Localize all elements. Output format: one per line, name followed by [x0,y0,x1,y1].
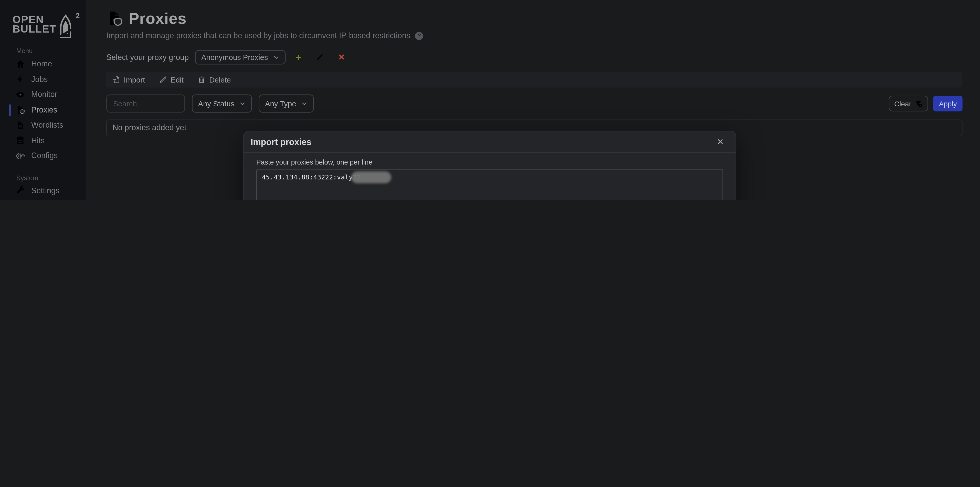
chevron-down-icon [301,101,307,107]
chevron-down-icon [273,54,279,60]
file-shield-icon [16,105,25,115]
chevron-down-icon [239,101,246,107]
sidebar-item-jobs[interactable]: Jobs [0,72,86,87]
proxies-textarea-wrap: 45.43.134.88:43222:valy22 [256,169,723,200]
proxy-group-label: Select your proxy group [106,53,189,62]
clear-label: Clear [894,100,912,107]
pencil-icon [159,76,167,84]
paste-proxies-label: Paste your proxies below, one per line [256,158,723,166]
sidebar-item-configs[interactable]: ⚙⚙ Configs [0,148,86,163]
toolbar-import-label: Import [124,75,145,84]
sidebar-item-rl-settings[interactable]: RL Settings [0,198,86,200]
proxy-group-bar: Select your proxy group Anonymous Proxie… [106,50,963,64]
sidebar-item-wordlists[interactable]: Wordlists [0,118,86,133]
sidebar-item-label: Monitor [31,90,57,99]
nav-section-header-system: System [16,174,86,181]
sidebar-item-hits[interactable]: Hits [0,133,86,148]
bolt-icon [16,75,25,84]
sidebar: OPEN BULLET 2 Menu Home Jo [0,0,86,200]
proxies-textarea[interactable]: 45.43.134.88:43222:valy22 [256,169,723,200]
redacted-credential [352,171,391,183]
toolbar-delete-label: Delete [209,75,231,84]
sidebar-item-monitor[interactable]: Monitor [0,87,86,102]
add-group-button[interactable]: + [296,52,301,62]
eye-icon [16,90,25,99]
proxy-group-select[interactable]: Anonymous Proxies [195,50,286,64]
proxies-page-icon [106,10,123,28]
toolbar-edit-button[interactable]: Edit [159,75,184,84]
nav-section-header-menu: Menu [16,47,86,54]
sidebar-item-label: Proxies [31,105,57,114]
wrench-icon [16,186,25,195]
sidebar-item-label: Home [31,59,52,68]
system-nav: Settings RL Settings [0,183,86,200]
modal-header: Import proxies ✕ [244,131,736,153]
clear-filters-button[interactable]: Clear [889,96,928,111]
logo-text: OPEN BULLET [13,8,86,34]
edit-group-button[interactable] [316,53,324,61]
page-subtitle-row: Import and manage proxies that can be us… [106,31,963,40]
type-filter-select[interactable]: Any Type [259,94,314,113]
page-subtitle: Import and manage proxies that can be us… [106,31,410,40]
delete-group-button[interactable]: ✕ [338,53,345,61]
sidebar-item-label: Jobs [31,75,48,83]
close-icon[interactable]: ✕ [716,136,730,148]
type-filter-value: Any Type [265,99,296,108]
database-icon [16,136,25,145]
file-lines-icon [16,120,25,130]
app-logo[interactable]: OPEN BULLET 2 [13,8,86,43]
app-root: OPEN BULLET 2 Menu Home Jo [0,0,980,200]
page-title: Proxies [129,10,187,28]
empty-message: No proxies added yet [112,123,186,132]
sidebar-item-label: Hits [31,136,45,145]
main-nav: Home Jobs Monitor Proxies Wordlists [0,56,86,164]
gears-icon: ⚙⚙ [16,151,25,161]
status-filter-value: Any Status [198,99,235,108]
sidebar-item-proxies[interactable]: Proxies [0,102,86,118]
proxy-group-selected-value: Anonymous Proxies [201,53,268,62]
filter-bar: Any Status Any Type Clear Apply [106,94,963,113]
filter-clear-icon [915,99,923,108]
sidebar-item-label: Configs [31,152,57,160]
active-indicator [10,104,11,115]
sidebar-item-settings[interactable]: Settings [0,183,86,198]
sidebar-item-label: Settings [31,186,59,195]
search-input[interactable] [106,94,185,113]
toolbar-import-button[interactable]: Import [112,75,145,84]
status-filter-select[interactable]: Any Status [192,94,252,113]
sidebar-item-home[interactable]: Home [0,56,86,72]
page-header: Proxies [106,10,963,28]
import-proxies-modal: Import proxies ✕ Paste your proxies belo… [244,131,736,200]
proxy-actions-toolbar: Import Edit Delete [106,72,963,88]
logo-superscript: 2 [76,11,80,20]
toolbar-delete-button[interactable]: Delete [197,75,231,84]
help-icon[interactable]: ? [415,32,423,40]
modal-body: Paste your proxies below, one per line 4… [244,153,736,200]
bullet-logo-icon [57,14,74,40]
apply-filters-button[interactable]: Apply [933,96,963,111]
home-icon [16,59,25,69]
toolbar-edit-label: Edit [170,75,183,84]
modal-title: Import proxies [251,137,312,147]
trash-icon [197,76,206,84]
filter-actions: Clear Apply [889,96,963,111]
sidebar-item-label: Wordlists [31,121,63,130]
file-import-icon [112,76,120,84]
